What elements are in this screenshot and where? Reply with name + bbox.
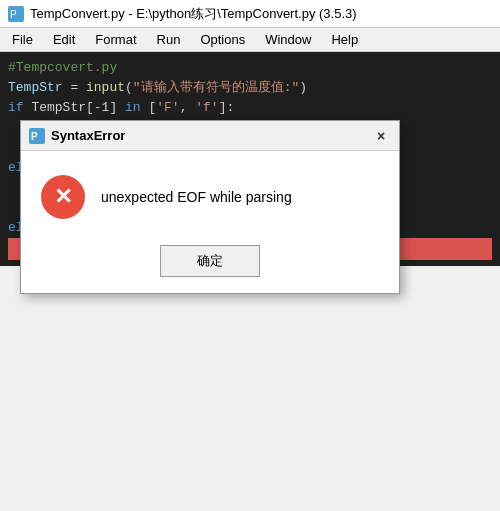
menu-help[interactable]: Help xyxy=(323,30,366,49)
ok-button[interactable]: 确定 xyxy=(160,245,260,277)
title-bar: P TempConvert.py - E:\python练习\TempConve… xyxy=(0,0,500,28)
menu-options[interactable]: Options xyxy=(192,30,253,49)
dialog-title-text: SyntaxError xyxy=(51,128,125,143)
menu-file[interactable]: File xyxy=(4,30,41,49)
dialog-close-button[interactable]: × xyxy=(371,126,391,146)
app-icon: P xyxy=(8,6,24,22)
error-x-icon: ✕ xyxy=(54,186,72,208)
dialog-body: ✕ unexpected EOF while parsing xyxy=(21,151,399,235)
dialog-title-left: P SyntaxError xyxy=(29,128,125,144)
dialog-title-icon: P xyxy=(29,128,45,144)
error-icon-circle: ✕ xyxy=(41,175,85,219)
code-line-1: #Tempcovert.py xyxy=(8,58,492,78)
dialog-title-bar: P SyntaxError × xyxy=(21,121,399,151)
menu-format[interactable]: Format xyxy=(87,30,144,49)
title-text: TempConvert.py - E:\python练习\TempConvert… xyxy=(30,5,357,23)
menu-edit[interactable]: Edit xyxy=(45,30,83,49)
svg-text:P: P xyxy=(31,131,38,142)
menu-bar: File Edit Format Run Options Window Help xyxy=(0,28,500,52)
syntax-error-dialog: P SyntaxError × ✕ unexpected EOF while p… xyxy=(20,120,400,294)
menu-run[interactable]: Run xyxy=(149,30,189,49)
menu-window[interactable]: Window xyxy=(257,30,319,49)
dialog-message: unexpected EOF while parsing xyxy=(101,189,379,205)
dialog-footer: 确定 xyxy=(21,235,399,293)
svg-text:P: P xyxy=(10,9,17,20)
code-line-2: TempStr = input("请输入带有符号的温度值:") xyxy=(8,78,492,98)
code-line-3: if TempStr[-1] in ['F', 'f']: xyxy=(8,98,492,118)
